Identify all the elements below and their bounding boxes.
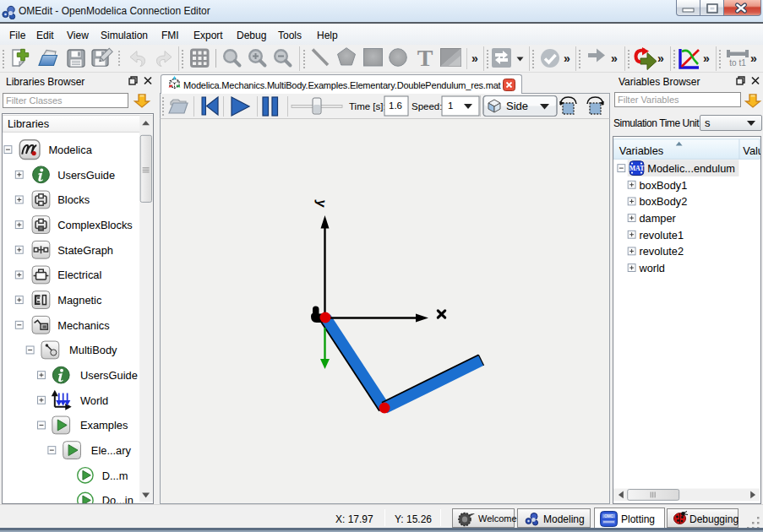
svg-text:1.6: 1.6	[389, 100, 402, 111]
svg-text:ComplexBlocks: ComplexBlocks	[57, 219, 133, 231]
svg-text:boxBody2: boxBody2	[639, 195, 687, 208]
svg-text:»: »	[611, 52, 618, 65]
svg-text:UsersGuide: UsersGuide	[80, 369, 138, 382]
svg-text:StateGraph: StateGraph	[57, 244, 113, 257]
svg-text:y: y	[314, 199, 330, 209]
svg-text:Libraries: Libraries	[8, 117, 49, 130]
svg-text:Blocks: Blocks	[57, 193, 90, 206]
svg-text:Ele...ary: Ele...ary	[91, 444, 132, 457]
svg-text:revolute1: revolute1	[639, 229, 684, 242]
svg-text:1: 1	[448, 100, 453, 111]
svg-text:OMC: OMC	[604, 514, 613, 518]
svg-text:T: T	[417, 45, 433, 71]
svg-text:»: »	[471, 52, 478, 65]
svg-text:MultiBody: MultiBody	[69, 344, 117, 356]
svg-text:MAT: MAT	[629, 165, 646, 172]
svg-text:Mechanics: Mechanics	[57, 319, 109, 332]
svg-text:Electrical: Electrical	[57, 269, 101, 281]
svg-text:revolute2: revolute2	[639, 245, 684, 258]
svg-text:Modelic...endulum: Modelic...endulum	[647, 162, 735, 175]
svg-text:Speed:: Speed:	[411, 101, 442, 111]
svg-text:boxBody1: boxBody1	[639, 179, 687, 192]
svg-text:Examples: Examples	[80, 419, 128, 432]
svg-text:»: »	[750, 52, 757, 65]
svg-text:»: »	[703, 52, 710, 65]
svg-text:Time [s]:: Time [s]:	[349, 101, 386, 111]
svg-text:»: »	[564, 52, 570, 65]
svg-text:D...m: D...m	[102, 470, 128, 482]
svg-text:to t1: to t1	[729, 58, 746, 68]
svg-text:Do...in: Do...in	[102, 494, 134, 504]
svg-text:damper: damper	[639, 212, 676, 225]
svg-text:World: World	[80, 394, 108, 407]
svg-text:world: world	[638, 262, 665, 274]
svg-text:Side: Side	[506, 100, 528, 112]
svg-text:Modelica: Modelica	[48, 144, 92, 156]
svg-text:»: »	[657, 52, 664, 65]
svg-text:UsersGuide: UsersGuide	[57, 169, 115, 182]
svg-text:Variables: Variables	[619, 144, 663, 157]
svg-text:Magnetic: Magnetic	[57, 294, 102, 307]
svg-text:Valu: Valu	[743, 144, 761, 157]
